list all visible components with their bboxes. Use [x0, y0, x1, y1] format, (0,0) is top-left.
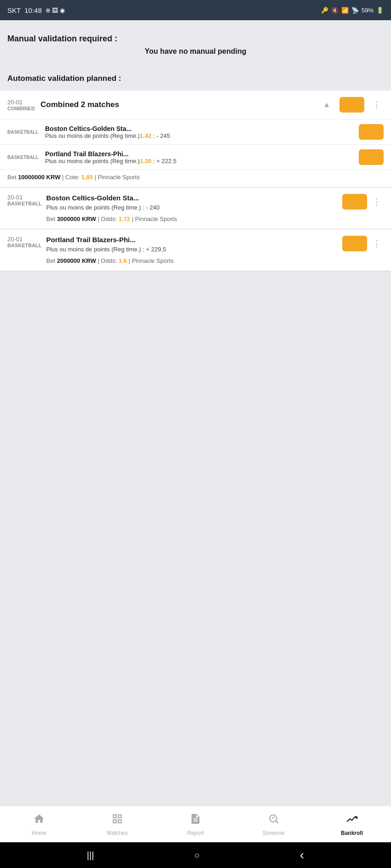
status-left: SKT 10:48 ⊕ 🖼 ◉	[7, 6, 65, 14]
match2-info: Portland Trail Blazers-Phi... Plus ou mo…	[45, 150, 354, 165]
nav-bankroll-label: Bankroll	[341, 830, 363, 836]
nav-item-screener[interactable]: Screener	[255, 813, 292, 836]
manual-validation-section: Manual validation required : You have no…	[0, 20, 391, 65]
chevron-up-icon[interactable]: ▲	[323, 101, 330, 109]
match2-odds: 1.30	[140, 158, 151, 165]
bankroll-icon	[346, 813, 358, 828]
single-bet-1-info: Boston Celtics-Golden Sta... Plus ou moi…	[46, 194, 338, 222]
single-bet-1-detail: Plus ou moins de points (Reg time.) : - …	[46, 204, 338, 212]
single-bet-1-title: Boston Celtics-Golden Sta...	[46, 194, 338, 202]
home-icon	[33, 813, 45, 828]
combined-date: 20-01 COMBINED	[7, 99, 35, 111]
status-icons: ⊕ 🖼 ◉	[46, 7, 65, 14]
combined-match-1: BASKETBALL Boston Celtics-Golden Sta... …	[0, 119, 391, 144]
single-bet-1-sport: BASKETBALL	[7, 201, 42, 206]
single-bet-2-header: 20-01 BASKETBALL Portland Trail Blazers-…	[7, 236, 384, 264]
key-icon: 🔑	[321, 7, 328, 14]
combined-bet-card: 20-01 COMBINED Combined 2 matches ▲ ⋮ BA…	[0, 91, 391, 187]
nav-screener-label: Screener	[263, 830, 285, 836]
svg-line-3	[272, 817, 273, 818]
combined-header: 20-01 COMBINED Combined 2 matches ▲ ⋮	[0, 91, 391, 119]
wifi-icon: 📶	[341, 7, 349, 14]
single-bet-2-more-button[interactable]: ⋮	[370, 237, 384, 250]
status-right: 🔑 🔇 📶 📡 59% 🔋	[321, 7, 384, 14]
single-bet-2-buttons: ⋮	[342, 236, 384, 251]
svg-line-1	[276, 821, 278, 823]
single-bet-2-odds: 1.6	[119, 257, 127, 264]
screener-icon	[268, 813, 280, 828]
single-bet-1-more-button[interactable]: ⋮	[370, 195, 384, 209]
report-icon	[190, 813, 201, 828]
nav-matches-label: Matches	[107, 830, 127, 836]
nav-item-report[interactable]: Report	[177, 813, 214, 836]
nav-home-label: Home	[32, 830, 46, 836]
single-bet-1-odds: 1.72	[119, 216, 130, 222]
single-bet-1-footer: Bet 3000000 KRW | Odds: 1.72 | Pinnacle …	[46, 216, 338, 222]
single-bet-2-date-col: 20-01 BASKETBALL	[7, 236, 42, 248]
single-bet-2-detail: Plus ou moins de points (Reg time.) : + …	[46, 245, 338, 254]
match1-detail: Plus ou moins de points (Reg time.)1.42 …	[45, 132, 354, 139]
single-bet-1-date: 20-01	[7, 194, 42, 201]
single-bet-2-info: Portland Trail Blazers-Phi... Plus ou mo…	[46, 236, 338, 264]
combined-bet-label: Bet	[7, 174, 17, 181]
combined-cote-label: | Cote:	[62, 174, 80, 181]
bottom-nav: Home Matches Report Screener Bankroll	[0, 806, 391, 842]
match1-odds: 1.42	[140, 132, 151, 139]
status-bar: SKT 10:48 ⊕ 🖼 ◉ 🔑 🔇 📶 📡 59% 🔋	[0, 0, 391, 20]
battery-text: 59%	[362, 7, 374, 14]
single-bet-2-footer: Bet 2000000 KRW | Odds: 1.6 | Pinnacle S…	[46, 257, 338, 264]
combined-cote-value: 1.85	[81, 174, 93, 181]
single-bet-2-sport: BASKETBALL	[7, 243, 42, 248]
match2-orange-button[interactable]	[359, 149, 384, 165]
single-bet-2-amount: 2000000 KRW	[57, 257, 96, 264]
combined-bookmaker: | Pinnacle Sports	[95, 174, 140, 181]
combined-bet-amount: 10000000 KRW	[18, 174, 60, 181]
svg-point-0	[270, 815, 276, 822]
carrier-text: SKT	[7, 6, 21, 14]
automatic-validation-title: Automatic validation planned :	[7, 74, 384, 83]
single-bet-1-buttons: ⋮	[342, 194, 384, 210]
single-bet-2-date: 20-01	[7, 236, 42, 243]
battery-icon: 🔋	[376, 7, 384, 14]
single-bet-1-card: 20-01 BASKETBALL Boston Celtics-Golden S…	[0, 187, 391, 229]
combined-type-text: COMBINED	[7, 106, 35, 111]
automatic-validation-section: Automatic validation planned :	[0, 65, 391, 91]
match2-detail: Plus ou moins de points (Reg time.)1.30 …	[45, 158, 354, 165]
manual-validation-subtitle: You have no manual pending	[7, 47, 384, 56]
signal-icon: 📡	[351, 7, 359, 14]
single-bet-1-date-col: 20-01 BASKETBALL	[7, 194, 42, 206]
match2-sport-label: BASKETBALL	[7, 155, 40, 160]
single-bet-2-title: Portland Trail Blazers-Phi...	[46, 236, 338, 244]
single-bet-1-header: 20-01 BASKETBALL Boston Celtics-Golden S…	[7, 194, 384, 222]
match1-orange-button[interactable]	[359, 124, 384, 140]
match1-sport-label: BASKETBALL	[7, 130, 40, 135]
combined-more-button[interactable]: ⋮	[370, 98, 384, 112]
matches-icon	[111, 813, 123, 828]
mute-icon: 🔇	[331, 7, 339, 14]
android-menu-button[interactable]: |||	[87, 850, 94, 861]
nav-item-home[interactable]: Home	[21, 813, 58, 836]
main-content: Manual validation required : You have no…	[0, 20, 391, 806]
android-home-button[interactable]: ○	[194, 850, 200, 861]
nav-item-matches[interactable]: Matches	[99, 813, 136, 836]
time-text: 10:48	[24, 6, 42, 14]
match2-name: Portland Trail Blazers-Phi...	[45, 150, 354, 158]
manual-validation-title: Manual validation required :	[7, 34, 384, 44]
combined-match-2: BASKETBALL Portland Trail Blazers-Phi...…	[0, 144, 391, 170]
single-bet-2-card: 20-01 BASKETBALL Portland Trail Blazers-…	[0, 229, 391, 271]
single-bet-1-orange-button[interactable]	[342, 194, 367, 210]
android-back-button[interactable]: ‹	[300, 848, 304, 862]
nav-report-label: Report	[187, 830, 204, 836]
svg-line-2	[273, 817, 275, 818]
cards-container: 20-01 COMBINED Combined 2 matches ▲ ⋮ BA…	[0, 91, 391, 271]
match1-info: Boston Celtics-Golden Sta... Plus ou moi…	[45, 125, 354, 139]
nav-item-bankroll[interactable]: Bankroll	[334, 813, 370, 836]
empty-space	[0, 271, 391, 363]
combined-date-text: 20-01	[7, 99, 23, 106]
match1-name: Boston Celtics-Golden Sta...	[45, 125, 354, 132]
android-nav-bar: ||| ○ ‹	[0, 842, 391, 868]
combined-orange-button[interactable]	[339, 97, 364, 113]
single-bet-2-orange-button[interactable]	[342, 236, 367, 251]
combined-bet-footer: Bet 10000000 KRW | Cote: 1.85 | Pinnacle…	[0, 170, 391, 187]
single-bet-1-amount: 3000000 KRW	[57, 216, 96, 222]
